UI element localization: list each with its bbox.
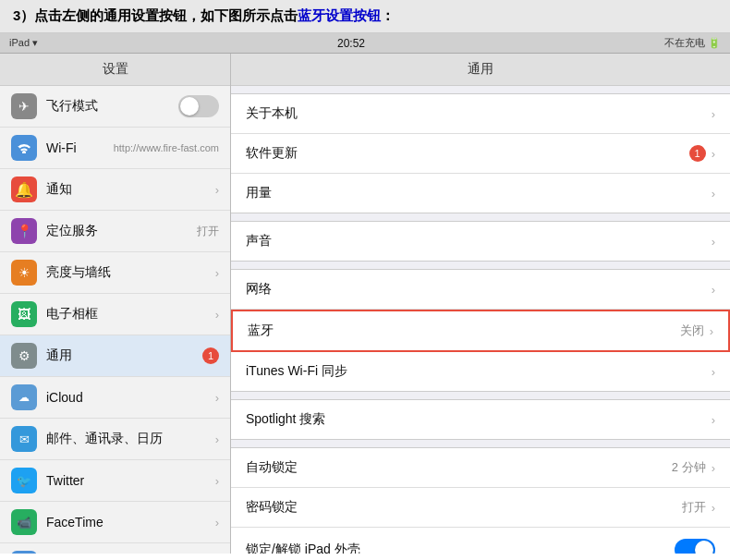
usage-chevron: › xyxy=(712,187,715,201)
airplane-toggle[interactable] xyxy=(178,95,219,117)
sidebar-item-location[interactable]: 📍 定位服务 打开 xyxy=(0,211,230,252)
bluetooth-value: 关闭 xyxy=(680,323,704,339)
twitter-chevron: › xyxy=(215,474,219,488)
autolock-chevron: › xyxy=(712,461,715,475)
section-item-bluetooth[interactable]: 蓝牙 关闭 › xyxy=(231,310,730,352)
sidebar-item-brightness[interactable]: ☀ 亮度与墙纸 › xyxy=(0,252,230,294)
sidebar-item-photoframe[interactable]: 🖼 电子相框 › xyxy=(0,294,230,335)
sidebar-item-airplane[interactable]: ✈ 飞行模式 xyxy=(0,86,230,128)
photoframe-chevron: › xyxy=(215,308,219,322)
section-item-about[interactable]: 关于本机 › xyxy=(231,94,730,134)
sidebar-label-mail: 邮件、通讯录、日历 xyxy=(46,431,215,447)
wifi-url: http://www.fire-fast.com xyxy=(114,142,219,153)
network-chevron: › xyxy=(712,283,715,297)
autolock-value: 2 分钟 xyxy=(672,459,706,476)
bluetooth-label: 蓝牙 xyxy=(248,323,680,339)
sidebar-item-twitter[interactable]: 🐦 Twitter › xyxy=(0,460,230,502)
sidebar: 设置 ✈ 飞行模式 Wi-Fi http://www.fire-fast.com… xyxy=(0,54,231,554)
status-right: 不在充电 🔋 xyxy=(664,36,721,50)
sidebar-label-facetime: FaceTime xyxy=(46,515,215,530)
bluetooth-chevron: › xyxy=(710,324,713,338)
sidebar-item-facetime[interactable]: 📹 FaceTime › xyxy=(0,502,230,543)
section-group-4: Spotlight 搜索 › xyxy=(231,399,730,440)
instruction-text: 3）点击左侧的通用设置按钮，如下图所示点击蓝牙设置按钮： xyxy=(13,7,395,23)
location-value: 打开 xyxy=(197,224,219,239)
sidebar-label-wifi: Wi-Fi xyxy=(46,140,110,155)
status-left: iPad ▾ xyxy=(9,37,38,49)
sidebar-item-notify[interactable]: 🔔 通知 › xyxy=(0,169,230,211)
instruction-bar: 3）点击左侧的通用设置按钮，如下图所示点击蓝牙设置按钮： xyxy=(0,0,730,33)
battery-label: 不在充电 🔋 xyxy=(664,36,721,50)
photoframe-icon: 🖼 xyxy=(11,301,37,327)
ipad-frame: iPad ▾ 20:52 不在充电 🔋 设置 ✈ 飞行模式 Wi-Fi http xyxy=(0,33,730,554)
wifi-icon xyxy=(11,135,37,161)
content-area: 设置 ✈ 飞行模式 Wi-Fi http://www.fire-fast.com… xyxy=(0,54,730,554)
status-bar: iPad ▾ 20:52 不在充电 🔋 xyxy=(0,33,730,54)
about-label: 关于本机 xyxy=(246,105,712,122)
sound-chevron: › xyxy=(712,235,715,249)
sidebar-header: 设置 xyxy=(0,54,230,86)
twitter-icon: 🐦 xyxy=(11,468,37,493)
software-update-label: 软件更新 xyxy=(246,145,689,162)
section-item-spotlight[interactable]: Spotlight 搜索 › xyxy=(231,400,730,439)
sidebar-item-icloud[interactable]: ☁ iCloud › xyxy=(0,377,230,419)
sound-label: 声音 xyxy=(246,233,712,250)
sidebar-label-notify: 通知 xyxy=(46,181,215,198)
mail-icon: ✉ xyxy=(11,426,37,452)
section-item-software-update[interactable]: 软件更新 1 › xyxy=(231,134,730,174)
spotlight-label: Spotlight 搜索 xyxy=(246,411,712,428)
section-item-itunes-wifi[interactable]: iTunes Wi-Fi 同步 › xyxy=(231,352,730,391)
itunes-wifi-chevron: › xyxy=(712,365,715,379)
ipad-label: iPad ▾ xyxy=(9,37,38,49)
section-item-lock-unlock[interactable]: 锁定/解锁 iPad 外壳 xyxy=(231,528,730,554)
spotlight-chevron: › xyxy=(712,413,715,427)
main-panel: 通用 关于本机 › 软件更新 1 › 用量 › xyxy=(231,54,730,554)
facetime-chevron: › xyxy=(215,516,219,530)
passcode-value: 打开 xyxy=(682,499,706,516)
notify-icon: 🔔 xyxy=(11,177,37,202)
autolock-label: 自动锁定 xyxy=(246,459,672,476)
sidebar-item-safari[interactable]: 🧭 Safari › xyxy=(0,543,230,554)
mail-chevron: › xyxy=(215,432,219,446)
general-badge: 1 xyxy=(202,347,219,364)
section-group-3: 网络 › 蓝牙 关闭 › iTunes Wi-Fi 同步 › xyxy=(231,269,730,392)
section-item-passcode[interactable]: 密码锁定 打开 › xyxy=(231,488,730,528)
itunes-wifi-label: iTunes Wi-Fi 同步 xyxy=(246,363,712,380)
software-update-badge: 1 xyxy=(689,145,706,162)
sidebar-item-wifi[interactable]: Wi-Fi http://www.fire-fast.com xyxy=(0,128,230,169)
notify-chevron: › xyxy=(215,183,219,197)
about-chevron: › xyxy=(712,107,715,121)
icloud-chevron: › xyxy=(215,391,219,405)
sidebar-item-general[interactable]: ⚙ 通用 1 xyxy=(0,335,230,377)
main-panel-header: 通用 xyxy=(231,54,730,86)
location-icon: 📍 xyxy=(11,218,37,244)
sidebar-label-photoframe: 电子相框 xyxy=(46,306,215,323)
sidebar-label-twitter: Twitter xyxy=(46,473,215,488)
network-label: 网络 xyxy=(246,281,712,298)
lock-unlock-toggle[interactable] xyxy=(675,539,715,554)
sidebar-item-mail[interactable]: ✉ 邮件、通讯录、日历 › xyxy=(0,419,230,460)
section-item-sound[interactable]: 声音 › xyxy=(231,222,730,261)
icloud-icon: ☁ xyxy=(11,384,37,410)
section-group-1: 关于本机 › 软件更新 1 › 用量 › xyxy=(231,93,730,213)
passcode-chevron: › xyxy=(712,501,715,515)
general-icon: ⚙ xyxy=(11,343,37,369)
software-update-chevron: › xyxy=(712,147,715,161)
sidebar-label-icloud: iCloud xyxy=(46,390,215,405)
section-item-network[interactable]: 网络 › xyxy=(231,270,730,310)
section-item-usage[interactable]: 用量 › xyxy=(231,174,730,213)
brightness-chevron: › xyxy=(215,266,219,280)
section-item-autolock[interactable]: 自动锁定 2 分钟 › xyxy=(231,448,730,488)
airplane-icon: ✈ xyxy=(11,93,37,119)
lock-unlock-label: 锁定/解锁 iPad 外壳 xyxy=(246,542,675,554)
safari-icon: 🧭 xyxy=(11,551,37,554)
sidebar-label-airplane: 飞行模式 xyxy=(46,98,178,115)
usage-label: 用量 xyxy=(246,185,712,201)
status-time: 20:52 xyxy=(337,37,365,50)
section-group-5: 自动锁定 2 分钟 › 密码锁定 打开 › 锁定/解锁 iPad 外壳 xyxy=(231,447,730,554)
facetime-icon: 📹 xyxy=(11,509,37,535)
passcode-label: 密码锁定 xyxy=(246,499,682,516)
sidebar-label-brightness: 亮度与墙纸 xyxy=(46,264,215,281)
section-group-2: 声音 › xyxy=(231,221,730,262)
sidebar-label-location: 定位服务 xyxy=(46,223,197,239)
